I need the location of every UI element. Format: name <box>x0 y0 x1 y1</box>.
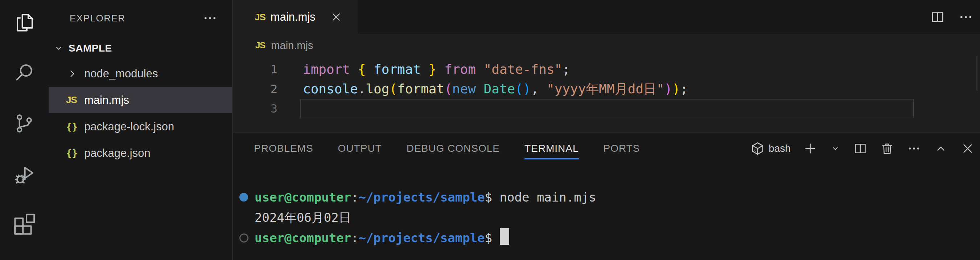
command-success-decoration-icon <box>239 193 255 201</box>
code-lines[interactable]: 1import { format } from "date-fns";2cons… <box>233 59 980 118</box>
json-file-icon: {} <box>66 144 84 162</box>
minimap-line <box>913 57 945 59</box>
terminal-text: user@computer:~/projects/sample$ <box>255 228 509 248</box>
kill-terminal-trash-icon[interactable] <box>880 141 894 156</box>
folder-section-header[interactable]: SAMPLE <box>49 36 232 60</box>
panel-tab-debug-console[interactable]: DEBUG CONSOLE <box>407 132 500 164</box>
terminal-line: 2024年06月02日 <box>239 207 980 228</box>
js-file-icon: JS <box>255 40 265 51</box>
panel-tab-problems[interactable]: PROBLEMS <box>254 132 313 164</box>
file-item-label: package.json <box>84 147 151 160</box>
source-control-icon[interactable] <box>13 112 36 135</box>
svg-text:$: $ <box>754 149 756 153</box>
terminal-output[interactable]: user@computer:~/projects/sample$ node ma… <box>233 164 980 248</box>
line-number: 1 <box>233 59 277 79</box>
panel-tab-terminal[interactable]: TERMINAL <box>525 132 579 164</box>
chevron-down-icon <box>53 43 65 54</box>
tab-close-icon[interactable] <box>330 11 342 23</box>
terminal-cursor <box>500 228 509 245</box>
breadcrumb-file-label: main.mjs <box>271 40 313 51</box>
file-item-package.json[interactable]: {}package.json <box>49 140 232 166</box>
minimap-line <box>913 61 953 64</box>
line-number: 3 <box>233 99 277 118</box>
shell-selector[interactable]: $ bash <box>751 141 791 156</box>
js-file-icon: JS <box>66 91 84 109</box>
terminal-text: 2024年06月02日 <box>255 207 351 228</box>
explorer-more-icon[interactable] <box>202 11 218 26</box>
file-tree: node_modulesJSmain.mjs{}package-lock.jso… <box>49 60 232 166</box>
command-pending-decoration-icon <box>239 233 255 242</box>
minimap[interactable] <box>913 57 953 66</box>
file-item-node_modules[interactable]: node_modules <box>49 60 232 87</box>
explorer-sidebar: EXPLORER SAMPLE node_modulesJSmain.mjs{}… <box>49 0 233 260</box>
code-text: console.log(format(new Date(), "yyyy年MM月… <box>277 79 688 99</box>
json-file-icon: {} <box>66 118 84 136</box>
explorer-header: EXPLORER <box>49 0 232 36</box>
terminal-text: user@computer:~/projects/sample$ node ma… <box>255 187 596 207</box>
code-line-3[interactable]: 3 <box>233 99 980 118</box>
terminal-line: user@computer:~/projects/sample$ <box>239 228 980 248</box>
js-file-icon: JS <box>255 12 266 23</box>
search-icon[interactable] <box>13 61 36 84</box>
editor-scrollbar[interactable] <box>976 56 977 91</box>
vscode-window: EXPLORER SAMPLE node_modulesJSmain.mjs{}… <box>0 0 980 260</box>
file-item-package-lock.json[interactable]: {}package-lock.json <box>49 113 232 140</box>
panel-actions: $ bash <box>751 141 975 156</box>
breadcrumb[interactable]: JS main.mjs <box>233 34 980 57</box>
editor-tab-bar: JS main.mjs <box>233 0 980 34</box>
panel-tab-ports[interactable]: PORTS <box>603 132 640 164</box>
activity-bar <box>0 0 49 260</box>
maximize-panel-chevron-up-icon[interactable] <box>934 141 948 156</box>
code-line-1[interactable]: 1import { format } from "date-fns"; <box>233 59 980 79</box>
extensions-icon[interactable] <box>13 212 36 236</box>
terminal-line: user@computer:~/projects/sample$ node ma… <box>239 187 980 207</box>
panel-more-icon[interactable] <box>907 141 921 156</box>
chevron-right-icon <box>66 65 84 83</box>
tab-label: main.mjs <box>270 11 315 24</box>
run-debug-icon[interactable] <box>13 163 36 187</box>
editor-and-panel: JS main.mjs JS main.mjs 1import { format… <box>233 0 980 260</box>
explorer-title: EXPLORER <box>70 13 126 24</box>
split-editor-icon[interactable] <box>930 10 945 25</box>
panel-tabs: PROBLEMSOUTPUTDEBUG CONSOLETERMINALPORTS <box>254 132 640 164</box>
panel-tab-output[interactable]: OUTPUT <box>338 132 382 164</box>
split-terminal-icon[interactable] <box>853 141 867 156</box>
code-text: import { format } from "date-fns"; <box>277 59 570 79</box>
terminal-bash-icon: $ <box>751 141 765 156</box>
close-panel-icon[interactable] <box>961 141 975 156</box>
code-text <box>277 99 303 118</box>
bottom-panel: PROBLEMSOUTPUTDEBUG CONSOLETERMINALPORTS… <box>233 132 980 260</box>
editor-more-icon[interactable] <box>958 10 974 25</box>
new-terminal-icon[interactable] <box>803 141 818 156</box>
panel-header: PROBLEMSOUTPUTDEBUG CONSOLETERMINALPORTS… <box>233 132 980 164</box>
file-item-label: package-lock.json <box>84 120 174 133</box>
line-number: 2 <box>233 79 277 99</box>
code-line-2[interactable]: 2console.log(format(new Date(), "yyyy年MM… <box>233 79 980 99</box>
files-icon[interactable] <box>13 11 36 34</box>
file-item-main.mjs[interactable]: JSmain.mjs <box>49 87 232 113</box>
file-item-label: main.mjs <box>84 94 129 107</box>
file-item-label: node_modules <box>84 67 158 80</box>
code-editor: JS main.mjs 1import { format } from "dat… <box>233 34 980 132</box>
editor-actions <box>930 0 974 34</box>
shell-label: bash <box>768 143 791 154</box>
chevron-down-icon[interactable] <box>830 143 841 154</box>
tab-main-mjs[interactable]: JS main.mjs <box>233 0 358 34</box>
folder-section-label: SAMPLE <box>68 43 112 54</box>
